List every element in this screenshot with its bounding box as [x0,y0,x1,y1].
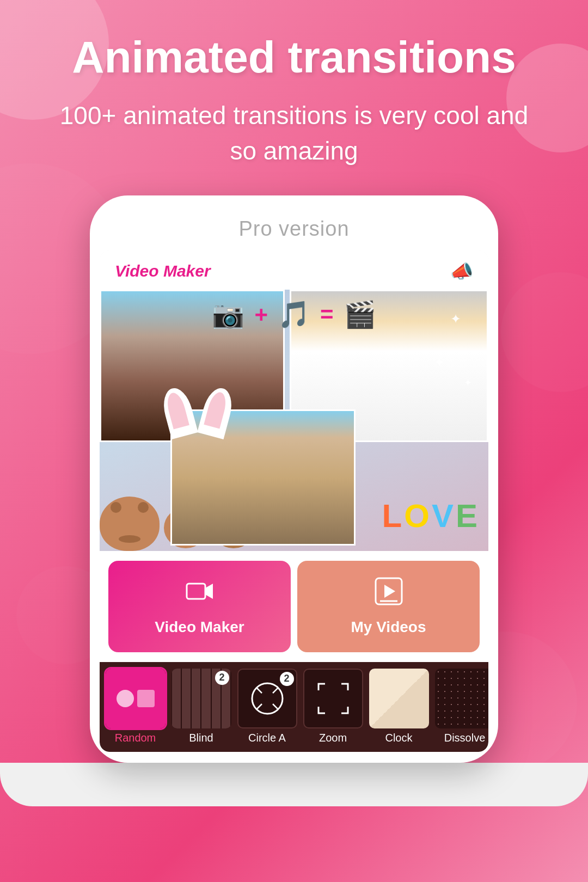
sparkle-3: ✦ [464,377,472,389]
video-maker-button[interactable]: Video Maker [108,561,291,652]
love-letter-l: L [382,497,402,535]
my-videos-label: My Videos [351,618,426,636]
action-buttons-row: Video Maker My Videos [100,551,488,662]
app-header: Video Maker 📣 [100,250,488,290]
transition-circle-a[interactable]: 2 Circle A [236,669,298,748]
page-title: Animated transitions [0,0,588,93]
blind-label: Blind [189,732,213,748]
transition-blind[interactable]: 2 Blind [170,669,232,748]
love-letter-v: V [432,497,454,535]
equals-sign: = [320,302,334,328]
play-icon [375,577,403,612]
page-subtitle: 100+ animated transitions is very cool a… [0,93,588,190]
zoom-label: Zoom [319,732,347,748]
svg-line-8 [256,704,262,709]
sparkle-1: ✦ [450,311,461,327]
svg-line-7 [273,688,278,693]
circlea-thumb: 2 [237,669,297,728]
random-label: Random [115,732,156,748]
music-icon: 🎵 [278,299,310,330]
transition-clock[interactable]: Clock [367,669,430,748]
formula-row: 📷 + 🎵 = 🎬 [212,299,376,330]
left-ear [159,385,198,439]
zoom-thumb [303,669,363,728]
svg-line-9 [273,704,278,709]
my-videos-button[interactable]: My Videos [297,561,480,652]
love-letter-e: E [456,497,477,535]
video-maker-label: Video Maker [155,618,244,636]
video-icon: 🎬 [344,299,376,330]
bottom-section [0,763,588,806]
dissolve-thumb [435,669,489,728]
pro-version-label: Pro version [100,212,488,250]
dissolve-label: Dissolve [444,732,486,748]
transition-zoom[interactable]: Zoom [302,669,364,748]
phone-mockup: Pro version Video Maker 📣 📷 + 🎵 = 🎬 [0,190,588,763]
clock-label: Clock [385,732,412,748]
video-camera-icon [186,577,214,612]
app-logo: Video Maker [115,262,211,280]
love-text: L O V E [382,497,477,535]
clock-thumb [369,669,429,728]
transition-random[interactable]: Random [104,669,167,748]
photo-collage: 📷 + 🎵 = 🎬 [100,290,488,551]
sparkle-2: ✦ [434,355,445,370]
svg-marker-3 [384,585,395,598]
bunny-ears-decoration [165,388,230,437]
circlea-badge: 2 [280,672,294,686]
blind-thumb: 2 [171,669,231,728]
love-letter-o: O [404,497,430,535]
camera-icon: 📷 [212,299,244,330]
transition-dissolve[interactable]: Dissolve [433,669,488,748]
circlea-label: Circle A [248,732,286,748]
blind-badge: 2 [215,671,229,685]
random-thumb [106,669,166,728]
svg-line-6 [256,688,262,693]
transition-strip: Random 2 Bli [100,662,488,752]
plus-sign: + [254,302,268,328]
app-screen: Video Maker 📣 📷 + 🎵 = 🎬 [100,250,488,752]
svg-marker-1 [205,584,213,599]
svg-rect-0 [187,584,205,599]
megaphone-icon[interactable]: 📣 [450,260,473,282]
